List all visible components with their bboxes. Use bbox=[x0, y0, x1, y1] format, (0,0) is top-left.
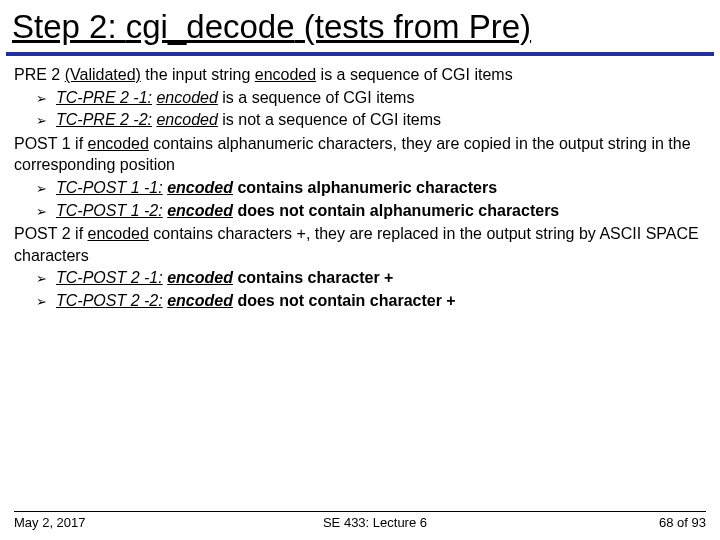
arrow-icon: ➢ bbox=[36, 112, 56, 130]
footer-divider bbox=[14, 511, 706, 512]
test-case: ➢TC-POST 2 -2: encoded does not contain … bbox=[14, 290, 706, 312]
spec-head: POST 2 if encoded contains characters +,… bbox=[14, 223, 706, 266]
spec-pre2: PRE 2 (Validated) the input string encod… bbox=[14, 64, 706, 131]
spec-post1: POST 1 if encoded contains alphanumeric … bbox=[14, 133, 706, 221]
slide-content: PRE 2 (Validated) the input string encod… bbox=[0, 64, 720, 312]
test-case: ➢TC-PRE 2 -2: encoded is not a sequence … bbox=[14, 109, 706, 131]
spec-head: PRE 2 (Validated) the input string encod… bbox=[14, 64, 706, 86]
arrow-icon: ➢ bbox=[36, 270, 56, 288]
test-case: ➢TC-POST 1 -1: encoded contains alphanum… bbox=[14, 177, 706, 199]
arrow-icon: ➢ bbox=[36, 90, 56, 108]
slide-title: Step 2: cgi_decode (tests from Pre) bbox=[0, 0, 720, 52]
test-case: ➢TC-PRE 2 -1: encoded is a sequence of C… bbox=[14, 87, 706, 109]
footer-course: SE 433: Lecture 6 bbox=[104, 515, 646, 530]
footer-date: May 2, 2017 bbox=[14, 515, 104, 530]
test-case: ➢TC-POST 2 -1: encoded contains characte… bbox=[14, 267, 706, 289]
footer-page: 68 of 93 bbox=[646, 515, 706, 530]
slide-footer: May 2, 2017 SE 433: Lecture 6 68 of 93 bbox=[0, 511, 720, 530]
title-divider bbox=[6, 52, 714, 56]
spec-post2: POST 2 if encoded contains characters +,… bbox=[14, 223, 706, 311]
spec-head: POST 1 if encoded contains alphanumeric … bbox=[14, 133, 706, 176]
test-case: ➢TC-POST 1 -2: encoded does not contain … bbox=[14, 200, 706, 222]
arrow-icon: ➢ bbox=[36, 293, 56, 311]
arrow-icon: ➢ bbox=[36, 180, 56, 198]
arrow-icon: ➢ bbox=[36, 203, 56, 221]
